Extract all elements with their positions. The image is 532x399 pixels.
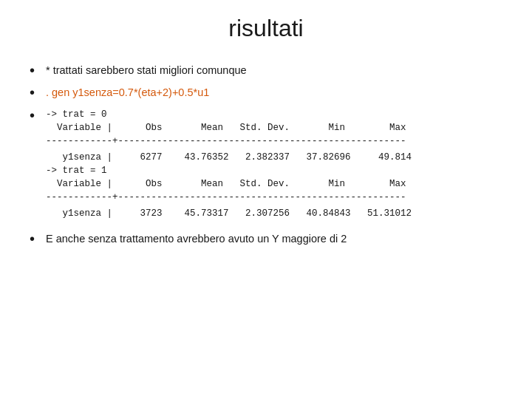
bullet-section-2: • . gen y1senza=0.7*(eta+2)+0.5*u1 <box>30 85 502 100</box>
code-line-8: y1senza | 3723 45.73317 2.307256 40.8484… <box>46 207 412 220</box>
code-line-7: ------------+---------------------------… <box>46 191 412 204</box>
final-bullet-text: E anche senza trattamento avrebbero avut… <box>46 231 502 246</box>
bullet-dot-final: • <box>30 231 46 246</box>
code-block: -> trat = 0 Variable | Obs Mean Std. Dev… <box>46 108 412 221</box>
bullet-item-2: • . gen y1senza=0.7*(eta+2)+0.5*u1 <box>30 85 502 100</box>
bullet-text-2: . gen y1senza=0.7*(eta+2)+0.5*u1 <box>46 85 502 100</box>
code-bullet-item: • -> trat = 0 Variable | Obs Mean Std. D… <box>30 108 502 221</box>
final-bullet-section: • E anche senza trattamento avrebbero av… <box>30 231 502 246</box>
bullet-item-1: • * trattati sarebbero stati migliori co… <box>30 63 502 78</box>
code-line-1: -> trat = 0 <box>46 108 412 121</box>
bullet-section-1: • * trattati sarebbero stati migliori co… <box>30 63 502 78</box>
bullet-dot-2: • <box>30 85 46 100</box>
page-title: risultati <box>30 15 502 42</box>
code-line-2: Variable | Obs Mean Std. Dev. Min Max <box>46 121 412 134</box>
bullet-dot-1: • <box>30 63 46 78</box>
code-line-6: Variable | Obs Mean Std. Dev. Min Max <box>46 177 412 191</box>
page: risultati • * trattati sarebbero stati m… <box>0 0 532 399</box>
code-line-5: -> trat = 1 <box>46 164 412 177</box>
code-line-3: ------------+---------------------------… <box>46 134 412 148</box>
final-bullet-item: • E anche senza trattamento avrebbero av… <box>30 231 502 246</box>
code-bullet-section: • -> trat = 0 Variable | Obs Mean Std. D… <box>30 108 502 221</box>
code-line-4: y1senza | 6277 43.76352 2.382337 37.8269… <box>46 151 412 164</box>
bullet-dot-code: • <box>30 108 46 123</box>
bullet-text-1: * trattati sarebbero stati migliori comu… <box>46 63 502 78</box>
